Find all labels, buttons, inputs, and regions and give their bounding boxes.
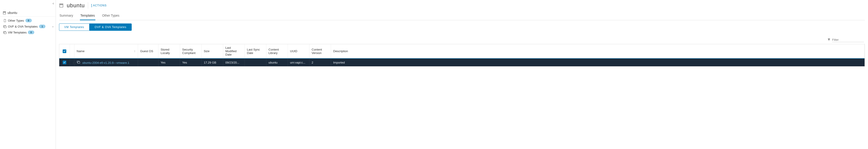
actions-label: ACTIONS xyxy=(93,4,106,7)
main-tabs: Summary Templates Other Types xyxy=(59,10,865,20)
select-all-header[interactable] xyxy=(59,44,70,58)
actions-menu[interactable]: ACTIONS xyxy=(91,4,106,7)
col-size[interactable]: Size xyxy=(202,44,223,58)
checkbox-checked-icon xyxy=(63,60,66,64)
drag-column-header xyxy=(70,44,74,58)
filter-input[interactable] xyxy=(832,38,864,42)
col-name[interactable]: Name↑ xyxy=(74,44,138,58)
table-row[interactable]: ⋮⋮ ubuntu-2004-efi-v1.20.8---vmware.1 Ye… xyxy=(59,58,865,66)
sidebar: ‹ ubuntu Other Types 0 xyxy=(0,0,56,149)
cell-security-compliant: Yes xyxy=(180,58,202,66)
kebab-icon xyxy=(91,4,92,7)
templates-grid: Name↑ Guest OS Stored Locally Security C… xyxy=(59,44,865,67)
col-stored-locally[interactable]: Stored Locally xyxy=(158,44,180,58)
cell-name: ubuntu-2004-efi-v1.20.8---vmware.1 xyxy=(74,58,138,66)
cell-last-modified: 09/23/20... xyxy=(223,58,245,66)
cell-uuid: urn:vapi:c... xyxy=(288,58,309,66)
svg-rect-3 xyxy=(4,26,6,28)
count-badge: 0 xyxy=(25,19,32,22)
row-drag-handle[interactable]: ⋮⋮ xyxy=(70,58,74,66)
tree-root[interactable]: ubuntu xyxy=(0,9,56,17)
sub-tabs: VM Templates OVF & OVA Templates xyxy=(59,23,865,31)
sidebar-item-label: VM Templates xyxy=(8,31,27,34)
svg-rect-9 xyxy=(78,62,80,64)
subtab-ovf-ova-templates[interactable]: OVF & OVA Templates xyxy=(89,23,132,31)
cell-content-version: 2 xyxy=(309,58,331,66)
count-badge: 1 xyxy=(39,25,45,28)
tree-root-label: ubuntu xyxy=(7,11,17,15)
sidebar-item-vm-templates[interactable]: VM Templates 0 xyxy=(0,29,56,35)
filter-icon[interactable] xyxy=(828,38,830,42)
col-security-compliant[interactable]: Security Compliant xyxy=(180,44,202,58)
svg-rect-7 xyxy=(60,4,62,5)
svg-rect-5 xyxy=(4,32,6,34)
library-icon xyxy=(3,11,6,15)
vm-template-icon xyxy=(3,31,7,34)
sidebar-item-other-types[interactable]: Other Types 0 xyxy=(0,18,56,23)
main-content: ubuntu ACTIONS Summary Templates Other T… xyxy=(56,0,868,149)
collapse-sidebar-icon[interactable]: ‹ xyxy=(53,1,54,5)
cell-stored-locally: Yes xyxy=(158,58,180,66)
subtab-vm-templates[interactable]: VM Templates xyxy=(59,23,89,31)
tab-templates[interactable]: Templates xyxy=(80,12,95,20)
col-description[interactable]: Description xyxy=(331,44,865,58)
file-icon xyxy=(3,19,7,22)
grip-icon: ⋮⋮ xyxy=(72,61,76,64)
sort-asc-icon: ↑ xyxy=(134,49,135,53)
cell-description: Imported xyxy=(331,58,865,66)
col-last-sync[interactable]: Last Sync Date xyxy=(245,44,266,58)
ovf-template-icon xyxy=(77,60,80,64)
svg-rect-1 xyxy=(4,12,5,12)
tab-other-types[interactable]: Other Types xyxy=(102,12,120,20)
col-uuid[interactable]: UUID xyxy=(288,44,309,58)
cell-content-library: ubuntu xyxy=(266,58,288,66)
col-last-modified[interactable]: Last Modified Date xyxy=(223,44,245,58)
col-guest-os[interactable]: Guest OS xyxy=(138,44,158,58)
library-icon xyxy=(59,3,64,8)
table-header-row: Name↑ Guest OS Stored Locally Security C… xyxy=(59,44,865,58)
checkbox-checked-icon xyxy=(63,49,66,53)
page-header: ubuntu ACTIONS xyxy=(59,1,865,10)
count-badge: 0 xyxy=(28,30,34,34)
template-name-link[interactable]: ubuntu-2004-efi-v1.20.8---vmware.1 xyxy=(82,61,129,65)
chevron-right-icon: › xyxy=(53,25,53,28)
cell-last-sync xyxy=(245,58,266,66)
tab-summary[interactable]: Summary xyxy=(59,12,73,20)
cell-size: 17.29 GB xyxy=(202,58,223,66)
sidebar-item-label: OVF & OVA Templates xyxy=(8,25,38,28)
col-content-library[interactable]: Content Library xyxy=(266,44,288,58)
page-title: ubuntu xyxy=(67,2,85,9)
ovf-template-icon xyxy=(3,25,7,28)
sidebar-item-ovf-ova-templates[interactable]: OVF & OVA Templates 1 › xyxy=(0,23,56,29)
row-checkbox-cell[interactable] xyxy=(59,58,70,66)
cell-guest-os xyxy=(138,58,158,66)
sidebar-item-label: Other Types xyxy=(8,19,24,22)
col-content-version[interactable]: Content Version xyxy=(309,44,331,58)
filter-bar xyxy=(59,38,865,44)
